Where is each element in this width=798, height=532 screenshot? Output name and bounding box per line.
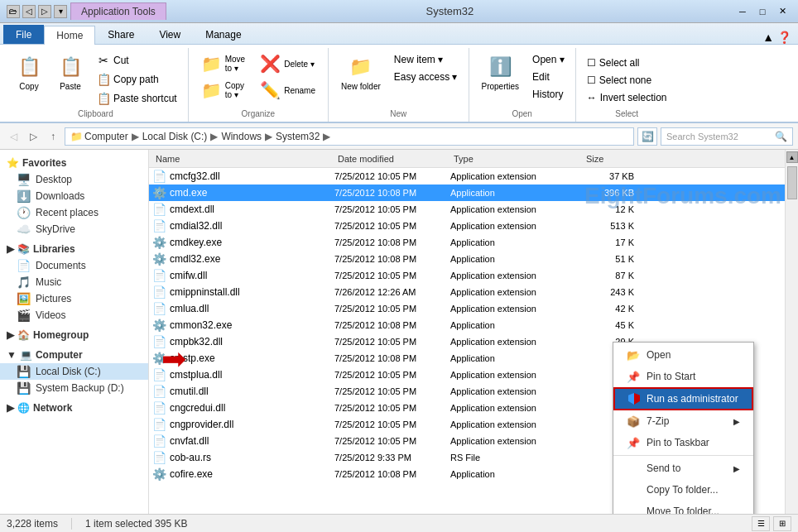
search-placeholder: Search System32 xyxy=(666,132,738,141)
minimize-button[interactable]: ─ xyxy=(733,4,752,19)
scroll-up-button[interactable]: ▲ xyxy=(786,151,798,163)
forward-icon-tb[interactable]: ▷ xyxy=(38,5,51,18)
cm-pin-start[interactable]: 📌 Pin to Start xyxy=(613,366,753,387)
tab-file[interactable]: File xyxy=(3,25,44,44)
col-header-date[interactable]: Date modified xyxy=(334,154,450,164)
select-all-button[interactable]: ☐Select all xyxy=(583,55,671,71)
delete-button[interactable]: ❌ Delete ▾ xyxy=(254,51,321,76)
close-button[interactable]: ✕ xyxy=(773,4,791,19)
title-bar-left: 🗁 ◁ ▷ ▾ Application Tools xyxy=(7,2,166,20)
up-button[interactable]: ↑ xyxy=(45,128,61,145)
tab-share[interactable]: Share xyxy=(95,25,147,44)
tab-manage[interactable]: Manage xyxy=(193,25,253,44)
file-icon: 📄 xyxy=(152,434,166,448)
breadcrumb-computer[interactable]: Computer xyxy=(84,131,128,142)
table-row[interactable]: 📄cmdext.dll 7/25/2012 10:05 PM Applicati… xyxy=(149,201,785,218)
refresh-button[interactable]: 🔄 xyxy=(637,127,657,146)
sidebar-item-skydrive[interactable]: ☁️SkyDrive xyxy=(0,221,148,237)
copy-to-button[interactable]: 📁 Copyto ▾ xyxy=(195,78,251,103)
table-row[interactable]: ⚙️cmmon32.exe 7/25/2012 10:08 PM Applica… xyxy=(149,317,785,333)
paste-shortcut-button[interactable]: 📋Paste shortcut xyxy=(93,89,181,108)
back-button[interactable]: ◁ xyxy=(5,128,22,145)
sidebar-item-downloads[interactable]: ⬇️Downloads xyxy=(0,188,148,204)
table-row[interactable]: 📄cmdial32.dll 7/25/2012 10:05 PM Applica… xyxy=(149,218,785,234)
homegroup-header[interactable]: ▶ 🏠 Homegroup xyxy=(0,327,148,343)
breadcrumb-local-disk[interactable]: Local Disk (C:) xyxy=(142,131,208,142)
help-collapse-button[interactable]: ▲ xyxy=(762,31,774,44)
organize-group: 📁 Moveto ▾ 📁 Copyto ▾ ❌ Delete ▾ ✏️ xyxy=(189,48,329,122)
new-smalls: New item ▾ Easy access ▾ xyxy=(390,51,462,85)
copy-button[interactable]: 📋 Copy xyxy=(10,51,48,93)
sidebar: ⭐ Favorites 🖥️Desktop ⬇️Downloads 🕐Recen… xyxy=(0,150,149,514)
icons-view-button[interactable]: ⊞ xyxy=(773,516,791,531)
sidebar-item-music[interactable]: 🎵Music xyxy=(0,274,148,290)
sidebar-item-recent[interactable]: 🕐Recent places xyxy=(0,204,148,221)
sidebar-item-local-disk[interactable]: 💾Local Disk (C:) xyxy=(0,363,148,380)
breadcrumb-system32[interactable]: System32 xyxy=(276,131,320,142)
easy-access-button[interactable]: Easy access ▾ xyxy=(390,69,462,85)
organize-label: Organize xyxy=(242,108,276,118)
col-header-type[interactable]: Type xyxy=(450,154,583,164)
cm-copy-to-folder[interactable]: Copy To folder... xyxy=(613,479,753,501)
red-arrow-icon: ➡ xyxy=(161,342,186,376)
tab-home[interactable]: Home xyxy=(44,26,95,45)
search-box[interactable]: Search System32 🔍 xyxy=(661,127,793,146)
cm-7zip[interactable]: 📦 7-Zip ▶ xyxy=(613,410,753,432)
copy-path-button[interactable]: 📋Copy path xyxy=(93,70,181,89)
open-button[interactable]: Open ▾ xyxy=(528,51,569,68)
maximize-button[interactable]: □ xyxy=(753,4,772,19)
down-arrow-tb[interactable]: ▾ xyxy=(54,5,67,18)
ribbon-tabs: File Home Share View Manage ▲ ❓ xyxy=(0,23,798,45)
scroll-thumb[interactable] xyxy=(787,166,797,199)
tab-view[interactable]: View xyxy=(147,25,193,44)
window-icon[interactable]: 🗁 xyxy=(7,5,20,18)
sidebar-item-documents[interactable]: 📄Documents xyxy=(0,257,148,274)
breadcrumb-windows[interactable]: Windows xyxy=(221,131,262,142)
file-icon: 📄 xyxy=(152,385,166,398)
table-row[interactable]: 📄cmcfg32.dll 7/25/2012 10:05 PM Applicat… xyxy=(149,168,785,185)
details-view-button[interactable]: ☰ xyxy=(752,516,770,531)
select-none-button[interactable]: ☐Select none xyxy=(583,72,671,89)
file-icon: ⚙️ xyxy=(152,319,166,332)
help-button[interactable]: ❓ xyxy=(777,31,791,44)
item-count: 3,228 items xyxy=(7,518,58,530)
cm-open[interactable]: 📂 Open xyxy=(613,344,753,366)
new-item-button[interactable]: New item ▾ xyxy=(390,51,462,68)
sidebar-item-desktop[interactable]: 🖥️Desktop xyxy=(0,171,148,188)
paste-button[interactable]: 📋 Paste xyxy=(51,51,89,93)
invert-selection-button[interactable]: ↔Invert selection xyxy=(583,89,671,106)
table-row[interactable]: ⚙️cmdkey.exe 7/25/2012 10:08 PM Applicat… xyxy=(149,234,785,251)
table-row[interactable]: 📄cmippninstall.dll 7/26/2012 12:26 AM Ap… xyxy=(149,284,785,300)
sidebar-item-videos[interactable]: 🎬Videos xyxy=(0,307,148,324)
address-input[interactable]: 📁 Computer ▶ Local Disk (C:) ▶ Windows ▶… xyxy=(65,127,634,146)
cm-run-as-admin[interactable]: Run as administrator xyxy=(613,387,753,410)
computer-header[interactable]: ▼ 💻 Computer xyxy=(0,347,148,363)
history-button[interactable]: History xyxy=(528,86,569,103)
properties-button[interactable]: ℹ️ Properties xyxy=(476,51,526,93)
move-to-button[interactable]: 📁 Moveto ▾ xyxy=(195,51,251,76)
sidebar-item-pictures[interactable]: 🖼️Pictures xyxy=(0,290,148,307)
cm-send-to[interactable]: Send to ▶ xyxy=(613,458,753,479)
vertical-scrollbar[interactable]: ▲ xyxy=(785,150,798,514)
col-header-size[interactable]: Size xyxy=(583,154,641,164)
table-row[interactable]: 📄cmlua.dll 7/25/2012 10:05 PM Applicatio… xyxy=(149,300,785,317)
col-header-name[interactable]: Name xyxy=(152,154,334,164)
back-icon-tb[interactable]: ◁ xyxy=(22,5,36,18)
delete-icon: ❌ xyxy=(260,54,281,74)
libraries-header[interactable]: ▶ 📚 Libraries xyxy=(0,241,148,257)
table-row[interactable]: ⚙️cmd.exe 7/25/2012 10:08 PM Application… xyxy=(149,185,785,201)
cm-move-to-folder[interactable]: Move To folder... xyxy=(613,501,753,514)
new-folder-button[interactable]: 📁 New folder xyxy=(335,51,387,93)
table-row[interactable]: ⚙️cmdl32.exe 7/25/2012 10:08 PM Applicat… xyxy=(149,251,785,267)
table-row[interactable]: 📄cmifw.dll 7/25/2012 10:05 PM Applicatio… xyxy=(149,267,785,284)
selected-info: 1 item selected 395 KB xyxy=(85,518,187,530)
cm-pin-taskbar[interactable]: 📌 Pin to Taskbar xyxy=(613,432,753,453)
rename-button[interactable]: ✏️ Rename xyxy=(254,78,321,103)
network-header[interactable]: ▶ 🌐 Network xyxy=(0,400,148,416)
favorites-header[interactable]: ⭐ Favorites xyxy=(0,155,148,171)
forward-button[interactable]: ▷ xyxy=(25,128,41,145)
edit-button[interactable]: Edit xyxy=(528,69,569,85)
cut-button[interactable]: ✂Cut xyxy=(93,51,181,69)
sidebar-item-system-backup[interactable]: 💾System Backup (D:) xyxy=(0,380,148,396)
address-bar: ◁ ▷ ↑ 📁 Computer ▶ Local Disk (C:) ▶ Win… xyxy=(0,123,798,150)
